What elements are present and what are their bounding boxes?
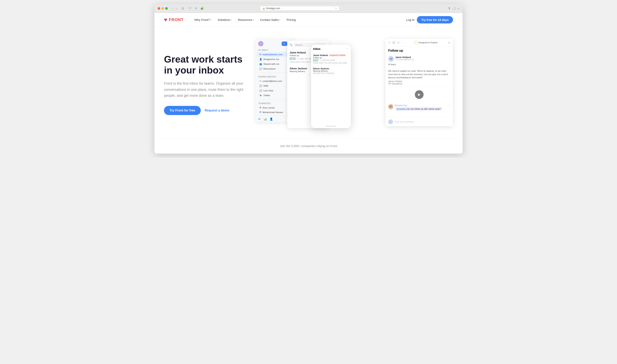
email-detail-panel: ☐ 🕐 🏷 ··· Assigned to Sophia ⊟ Follow up bbox=[385, 39, 453, 126]
person-icon[interactable]: 👤 bbox=[270, 117, 273, 121]
twitter-icon: 🐦 bbox=[259, 94, 262, 97]
app-mockup: S ✏ ▾ My Inbox ✉sophia@team.com 3 👤Assig… bbox=[255, 39, 453, 130]
sms-icon: 💬 bbox=[259, 85, 262, 87]
group-icon: 👥 bbox=[259, 63, 262, 65]
search-icon: 🔍 bbox=[290, 43, 293, 46]
sender-avatar: JH bbox=[388, 56, 394, 62]
reload-icon[interactable]: ↻ bbox=[335, 7, 337, 10]
nav-cta-button[interactable]: Try free for 14 days bbox=[417, 16, 453, 24]
phone-convo-alison[interactable]: Alison Jackson Missing delivery Brandon … bbox=[311, 66, 351, 76]
nav-item-why-front[interactable]: Why Front? ▾ bbox=[192, 16, 214, 23]
inbox-icon[interactable]: ✉ bbox=[258, 117, 261, 121]
hero-actions: Try Front for free Request a demo bbox=[164, 106, 248, 115]
shield-icon: 🛡 bbox=[188, 6, 193, 10]
email-icon: ✉ bbox=[259, 80, 261, 82]
try-front-button[interactable]: Try Front for free bbox=[164, 106, 201, 115]
comment-input-row: Type your comment... bbox=[385, 117, 453, 126]
preview-text: Great news! You will receive your ship..… bbox=[313, 62, 349, 64]
refresh-icon[interactable]: ↻ bbox=[194, 6, 198, 10]
chat-icon: 💬 bbox=[259, 90, 262, 92]
bottom-section: Join the 5,000+ companies relying on Fro… bbox=[155, 138, 462, 154]
comment-item: BF Brandon Fay @sophia can you follow up… bbox=[385, 102, 453, 113]
add-tab-icon[interactable]: + bbox=[458, 7, 459, 10]
lock-icon: 🔒 bbox=[263, 7, 265, 10]
forward-button[interactable]: › bbox=[175, 6, 178, 10]
nav-right: Log In Try free for 14 days bbox=[406, 16, 453, 24]
assignee-avatar bbox=[414, 41, 418, 44]
chat-icon: 💬 bbox=[259, 67, 262, 70]
label-icon[interactable]: 🏷 bbox=[397, 41, 400, 44]
comment-bubble: @sophia can you follow up with Jamie asa… bbox=[395, 107, 442, 111]
subject: Missing delivery bbox=[313, 70, 349, 72]
dots-icon: ··· bbox=[346, 47, 349, 51]
comment-actions: ··· bbox=[448, 104, 450, 108]
home-indicator bbox=[326, 126, 336, 127]
compose-button[interactable]: ✏ bbox=[282, 41, 287, 46]
chevron-down-icon: ▾ bbox=[279, 19, 280, 21]
site-nav: ♥ FRONT Why Front? ▾ Solutions ▾ Resourc… bbox=[155, 13, 462, 27]
phone-number: +1 (234) 567 8910 bbox=[296, 58, 314, 60]
share-icon[interactable]: ⬆ bbox=[448, 7, 451, 10]
fullscreen-button[interactable] bbox=[165, 7, 168, 10]
minimize-button[interactable] bbox=[161, 7, 164, 10]
hero-section: Great work starts in your inbox Front is… bbox=[155, 27, 462, 138]
request-demo-link[interactable]: Request a demo bbox=[205, 109, 229, 112]
close-button[interactable] bbox=[158, 7, 160, 10]
collapse-icon[interactable]: ⊟ bbox=[448, 41, 450, 44]
url-text: frontapp.com bbox=[266, 7, 280, 10]
sidebar-toggle[interactable]: ⊟ bbox=[181, 6, 185, 10]
address-bar[interactable]: 🔒 frontapp.com ↻ bbox=[260, 6, 340, 11]
phone-header: Inbox ··· bbox=[311, 45, 351, 52]
nav-item-pricing[interactable]: Pricing bbox=[284, 16, 299, 23]
nav-buttons: ‹ › bbox=[171, 6, 178, 10]
subject: Follow up bbox=[313, 56, 349, 59]
sms-badge: SMS bbox=[290, 57, 296, 60]
dots-icon[interactable]: ··· bbox=[448, 104, 450, 107]
preview-text: Brandon Fay is replying... bbox=[313, 72, 349, 74]
checkbox-icon[interactable]: ☐ bbox=[388, 41, 391, 44]
assigned-to: Assigned to Sophia bbox=[414, 41, 437, 44]
status-dot bbox=[259, 111, 261, 113]
chevron-down-icon: ▾ bbox=[253, 19, 254, 21]
browser-toolbar: ‹ › ⊟ 🛡 ↻ 🧩 🔒 frontapp.com ↻ ⬆ ⬜ + bbox=[155, 4, 462, 13]
current-user-avatar bbox=[388, 119, 393, 124]
comment-input[interactable]: Type your comment... bbox=[394, 121, 450, 123]
email-icon: ✉ bbox=[259, 53, 261, 56]
chevron-down-icon: ▾ bbox=[231, 19, 232, 21]
sms-badge: SMS bbox=[313, 59, 318, 61]
person-icon: 👤 bbox=[259, 58, 262, 60]
nav-login-link[interactable]: Log In bbox=[406, 18, 415, 21]
clock-icon[interactable]: 🕐 bbox=[392, 41, 395, 44]
thread-title: Follow up bbox=[385, 47, 453, 54]
tab-icon[interactable]: ⬜ bbox=[452, 7, 456, 10]
play-button[interactable]: ▶ bbox=[415, 90, 424, 99]
more-icon[interactable]: ··· bbox=[401, 41, 403, 44]
chart-icon[interactable]: 📊 bbox=[263, 117, 267, 121]
back-button[interactable]: ‹ bbox=[171, 6, 174, 10]
action-icons: ☐ 🕐 🏷 ··· bbox=[388, 41, 403, 44]
status-dot bbox=[259, 106, 261, 108]
sender-name: Jamie Holland bbox=[313, 54, 328, 56]
browser-window: ‹ › ⊟ 🛡 ↻ 🧩 🔒 frontapp.com ↻ ⬆ ⬜ + ♥ FRO… bbox=[155, 4, 462, 154]
commenter-avatar: BF bbox=[388, 104, 393, 109]
video-preview: ▶ bbox=[385, 87, 453, 102]
email-body: Hi team, We need to update our order. We… bbox=[388, 63, 450, 79]
logo[interactable]: ♥ FRONT bbox=[164, 17, 184, 23]
phone-convo-jamie[interactable]: Jamie Holland Assigned to Sophia Follow … bbox=[311, 52, 351, 66]
nav-item-solutions[interactable]: Solutions ▾ bbox=[215, 16, 234, 23]
companies-label: Join the 5,000+ companies relying on Fro… bbox=[164, 144, 453, 148]
logo-icon: ♥ bbox=[164, 17, 167, 23]
inbox-title: Inbox bbox=[313, 47, 320, 51]
email-message: JH Jamie Holland To: contact@team.co Hi … bbox=[385, 54, 453, 87]
email-signature: Jamie HollandVP Operations bbox=[388, 80, 450, 85]
mention: @sophia bbox=[396, 108, 406, 110]
hero-description: Front is the first inbox for teams. Orga… bbox=[164, 80, 248, 99]
phone-mockup: Inbox ··· Jamie Holland Assigned to Soph… bbox=[311, 45, 351, 128]
nav-item-resources[interactable]: Resources ▾ bbox=[235, 16, 257, 23]
toolbar-icons: ⬆ ⬜ + bbox=[448, 7, 459, 10]
nav-item-contact-sales[interactable]: Contact Sales ▾ bbox=[257, 16, 283, 23]
phone-number: +1 (234) 567 8910 bbox=[319, 59, 335, 61]
hero-left: Great work starts in your inbox Front is… bbox=[164, 54, 248, 115]
recipient: To: contact@team.co bbox=[395, 58, 414, 61]
extension-icon: 🧩 bbox=[199, 6, 205, 10]
